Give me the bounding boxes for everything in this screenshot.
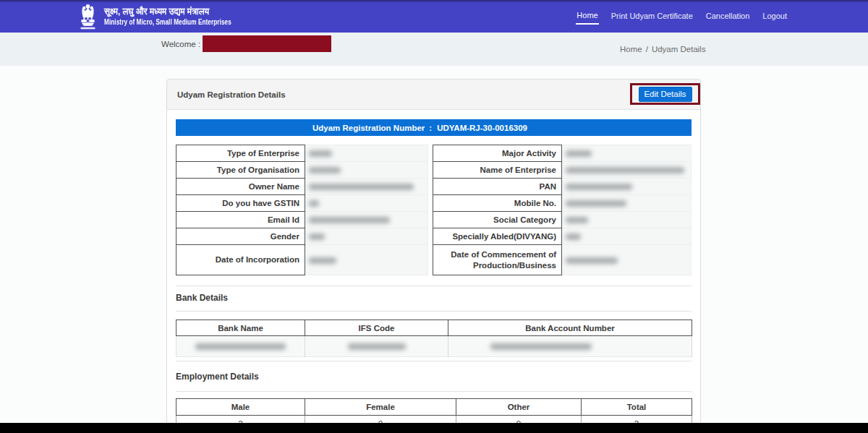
breadcrumb: Home/Udyam Details	[620, 33, 706, 66]
detail-row-do-you-have-gstin: Do you have GSTIN	[176, 195, 428, 212]
redacted-value-blur	[195, 343, 286, 350]
nav-link-cancellation[interactable]: Cancellation	[705, 9, 751, 24]
welcome-message: Welcome :	[161, 33, 331, 66]
registration-detail-tables: Type of EnterpriseType of OrganisationOw…	[176, 145, 692, 275]
field-value-date-of-commencement-of-production-business	[562, 245, 692, 275]
field-label-type-of-enterprise: Type of Enterprise	[176, 145, 305, 162]
field-value-email-id	[305, 212, 428, 228]
field-value-major-activity	[562, 145, 692, 162]
page-title: Udyam Registration Details	[177, 80, 286, 110]
redacted-value-blur	[566, 257, 618, 264]
udyam-number-label: Udyam Registration Number	[312, 124, 425, 132]
breadcrumb-separator: /	[646, 45, 648, 53]
field-value-mobile-no	[562, 195, 692, 212]
field-value-type-of-organisation	[305, 162, 428, 179]
redacted-value-blur	[309, 217, 390, 223]
detail-row-email-id: Email Id	[176, 212, 428, 228]
employment-header-female: Female	[305, 399, 456, 416]
field-label-social-category: Social Category	[433, 212, 562, 228]
employment-header-other: Other	[456, 399, 582, 416]
section-divider	[176, 311, 692, 312]
top-navbar: सूक्ष्म, लघु और मध्यम उद्यम मंत्रालय Min…	[0, 0, 868, 33]
field-label-do-you-have-gstin: Do you have GSTIN	[176, 195, 305, 212]
card-body: Udyam Registration Number : UDYAM-RJ-30-…	[167, 119, 700, 433]
redacted-value-blur	[309, 200, 319, 207]
nav-links: HomePrint Udyam CertificateCancellationL…	[576, 0, 788, 33]
nav-link-home[interactable]: Home	[576, 9, 598, 25]
detail-row-date-of-commencement-of-production-business: Date of Commencement of Production/Busin…	[433, 245, 692, 275]
detail-row-owner-name: Owner Name	[176, 179, 428, 195]
field-label-type-of-organisation: Type of Organisation	[176, 162, 305, 179]
field-label-specially-abled-divyang: Specially Abled(DIVYANG)	[433, 228, 562, 245]
bank-value-ifs-code	[305, 336, 448, 357]
bank-header-bank-account-number: Bank Account Number	[448, 320, 692, 336]
bank-details-title: Bank Details	[176, 293, 692, 303]
field-value-pan	[562, 179, 692, 195]
ministry-brand: सूक्ष्म, लघु और मध्यम उद्यम मंत्रालय Min…	[78, 0, 267, 33]
field-value-owner-name	[305, 179, 428, 195]
edit-button-highlight-box: Edit Details	[630, 83, 700, 105]
screenshot-bottom-black-bar	[0, 423, 868, 433]
bank-details-table: Bank NameIFS CodeBank Account Number	[176, 320, 692, 357]
detail-row-social-category: Social Category	[433, 212, 692, 228]
field-value-gender	[305, 228, 428, 245]
field-label-owner-name: Owner Name	[176, 179, 305, 195]
bank-header-ifs-code: IFS Code	[305, 320, 448, 336]
page: सूक्ष्म, लघु और मध्यम उद्यम मंत्रालय Min…	[0, 0, 868, 433]
detail-row-mobile-no: Mobile No.	[433, 195, 692, 212]
udyam-number-banner: Udyam Registration Number : UDYAM-RJ-30-…	[176, 119, 692, 136]
bank-value-bank-name	[176, 336, 305, 357]
welcome-label: Welcome :	[161, 40, 200, 48]
redacted-value-blur	[309, 184, 414, 190]
redacted-value-blur	[566, 167, 684, 173]
redacted-value-blur	[309, 150, 332, 157]
udyam-number-separator: :	[429, 124, 432, 132]
card-header: Udyam Registration Details Edit Details	[167, 80, 700, 110]
redacted-value-blur	[566, 217, 588, 223]
redacted-value-blur	[566, 184, 632, 190]
redacted-value-blur	[309, 233, 325, 240]
details-table-left: Type of EnterpriseType of OrganisationOw…	[176, 145, 428, 275]
registration-details-card: Udyam Registration Details Edit Details …	[166, 79, 701, 433]
details-table-right: Major ActivityName of EnterprisePANMobil…	[433, 145, 692, 275]
redacted-value-blur	[309, 257, 336, 264]
detail-row-specially-abled-divyang: Specially Abled(DIVYANG)	[433, 228, 692, 245]
welcome-bar: Welcome : Home/Udyam Details	[0, 33, 868, 66]
field-label-email-id: Email Id	[176, 212, 305, 228]
brand-hindi: सूक्ष्म, लघु और मध्यम उद्यम मंत्रालय	[104, 7, 247, 17]
redacted-value-blur	[566, 233, 581, 240]
detail-row-pan: PAN	[433, 179, 692, 195]
detail-row-date-of-incorporation: Date of Incorporation	[176, 245, 428, 275]
field-value-social-category	[562, 212, 692, 228]
field-value-specially-abled-divyang	[562, 228, 692, 245]
field-label-major-activity: Major Activity	[433, 145, 562, 162]
redacted-value-blur	[566, 200, 626, 207]
section-divider	[176, 391, 692, 392]
edit-details-button[interactable]: Edit Details	[639, 87, 692, 102]
nav-link-logout[interactable]: Logout	[762, 9, 788, 24]
redacted-user-name	[203, 35, 331, 52]
employment-header-total: Total	[582, 399, 692, 416]
national-emblem-icon	[78, 3, 98, 30]
detail-row-type-of-organisation: Type of Organisation	[176, 162, 428, 179]
nav-link-print-udyam-certificate[interactable]: Print Udyam Certificate	[610, 9, 694, 24]
field-label-name-of-enterprise: Name of Enterprise	[433, 162, 562, 179]
section-divider	[176, 286, 692, 286]
bank-value-bank-account-number	[448, 336, 692, 357]
field-label-date-of-incorporation: Date of Incorporation	[176, 245, 305, 275]
breadcrumb-home[interactable]: Home	[620, 45, 642, 53]
section-divider	[176, 361, 692, 361]
udyam-number-value: UDYAM-RJ-30-0016309	[437, 124, 527, 132]
field-value-do-you-have-gstin	[305, 195, 428, 212]
detail-row-type-of-enterprise: Type of Enterprise	[176, 145, 428, 162]
detail-row-name-of-enterprise: Name of Enterprise	[433, 162, 692, 179]
detail-row-major-activity: Major Activity	[433, 145, 692, 162]
field-value-name-of-enterprise	[562, 162, 692, 179]
detail-row-gender: Gender	[176, 228, 428, 245]
field-label-mobile-no: Mobile No.	[433, 195, 562, 212]
bank-data-row	[176, 336, 692, 357]
breadcrumb-udyam-details: Udyam Details	[652, 45, 706, 53]
field-value-date-of-incorporation	[305, 245, 428, 275]
redacted-value-blur	[348, 343, 406, 350]
brand-english: Ministry of Micro, Small Medium Enterpri…	[104, 18, 231, 26]
